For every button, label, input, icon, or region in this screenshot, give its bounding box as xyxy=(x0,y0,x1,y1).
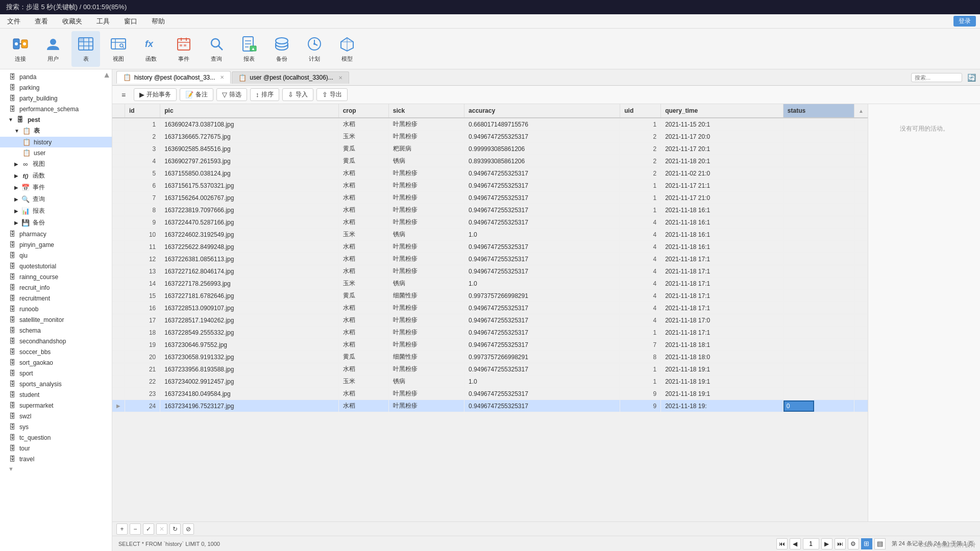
row-expand[interactable] xyxy=(112,375,125,388)
table-cell-sick[interactable]: 叶黑粉疹 xyxy=(388,339,464,351)
row-expand[interactable] xyxy=(112,241,125,253)
delete-row-button[interactable]: − xyxy=(130,523,141,535)
table-cell-pic[interactable]: 1637234180.049584.jpg xyxy=(160,388,338,400)
table-cell-pic[interactable]: 1637230658.9191332.jpg xyxy=(160,351,338,363)
toolbar-user[interactable]: 用户 xyxy=(39,31,67,67)
table-cell-accuracy[interactable]: 0.9973757266998291 xyxy=(464,290,620,302)
sidebar-item-secondhandshop[interactable]: 🗄 secondhandshop xyxy=(0,336,112,346)
table-cell-sick[interactable]: 叶黑粉疹 xyxy=(388,216,464,229)
table-cell-sick[interactable]: 叶黑粉疹 xyxy=(388,131,464,143)
table-cell-accuracy[interactable]: 0.9496747255325317 xyxy=(464,204,620,216)
table-cell-sick[interactable]: 叶黑粉疹 xyxy=(388,302,464,314)
table-cell-uid[interactable]: 1 xyxy=(620,375,661,388)
table-cell-pic[interactable]: 1637227181.6782646.jpg xyxy=(160,290,338,302)
row-expand[interactable]: ▶ xyxy=(112,400,125,412)
sidebar-category-tables[interactable]: ▼ 📋 表 xyxy=(0,125,112,137)
table-cell-sick[interactable]: 叶黑粉疹 xyxy=(388,400,464,412)
table-cell-id[interactable]: 23 xyxy=(125,388,160,400)
table-cell-sick[interactable]: 叶黑粉疹 xyxy=(388,118,464,131)
table-cell-crop[interactable]: 水稻 xyxy=(338,192,388,204)
row-expand[interactable] xyxy=(112,192,125,204)
menu-tools[interactable]: 工具 xyxy=(93,16,113,27)
table-cell-query_time[interactable]: 2021-11-18 16:1 xyxy=(661,216,783,229)
table-cell-id[interactable]: 8 xyxy=(125,204,160,216)
table-cell-crop[interactable]: 水稻 xyxy=(338,388,388,400)
table-cell-accuracy[interactable]: 0.6680171489715576 xyxy=(464,118,620,131)
grid-view-button[interactable]: ⊞ xyxy=(861,538,872,549)
table-cell-id[interactable]: 14 xyxy=(125,278,160,290)
table-cell-uid[interactable]: 2 xyxy=(620,167,661,180)
table-cell-accuracy[interactable]: 0.9496747255325317 xyxy=(464,314,620,327)
table-cell-uid[interactable]: 9 xyxy=(620,400,661,412)
table-cell-id[interactable]: 5 xyxy=(125,167,160,180)
table-cell-id[interactable]: 20 xyxy=(125,351,160,363)
table-cell-id[interactable]: 17 xyxy=(125,314,160,327)
table-cell-pic[interactable]: 1636902585.845516.jpg xyxy=(160,143,338,155)
table-cell-accuracy[interactable]: 0.9496747255325317 xyxy=(464,363,620,375)
table-cell-sick[interactable]: 叶黑粉疹 xyxy=(388,363,464,375)
table-cell-crop[interactable]: 水稻 xyxy=(338,253,388,265)
col-header-crop[interactable]: crop xyxy=(338,104,388,118)
table-cell-pic[interactable]: 1637155850.038124.jpg xyxy=(160,167,338,180)
table-cell-pic[interactable]: 1637226381.0856113.jpg xyxy=(160,253,338,265)
status-edit-input[interactable] xyxy=(783,400,814,412)
table-cell-accuracy[interactable]: 0.9496747255325317 xyxy=(464,192,620,204)
table-cell-crop[interactable]: 玉米 xyxy=(338,131,388,143)
table-cell-id[interactable]: 2 xyxy=(125,131,160,143)
col-header-uid[interactable]: uid xyxy=(620,104,661,118)
sidebar-item-satellite_monitor[interactable]: 🗄 satellite_monitor xyxy=(0,314,112,325)
sidebar-item-rainng_course[interactable]: 🗄 rainng_course xyxy=(0,271,112,282)
sidebar-item-sys[interactable]: 🗄 sys xyxy=(0,421,112,432)
table-cell-query_time[interactable]: 2021-11-18 20:1 xyxy=(661,155,783,167)
sidebar-scroll-up[interactable]: ▲ xyxy=(103,70,111,80)
row-expand[interactable] xyxy=(112,229,125,241)
tab-history[interactable]: 📋 history @pest (localhost_33... ✕ xyxy=(116,71,231,84)
table-cell-status[interactable] xyxy=(783,241,854,253)
sidebar-item-supermarket[interactable]: 🗄 supermarket xyxy=(0,400,112,411)
table-cell-crop[interactable]: 水稻 xyxy=(338,118,388,131)
sidebar-item-soccer_bbs[interactable]: 🗄 soccer_bbs xyxy=(0,346,112,357)
row-expand[interactable] xyxy=(112,363,125,375)
table-cell-crop[interactable]: 黄瓜 xyxy=(338,290,388,302)
col-header-accuracy[interactable]: accuracy xyxy=(464,104,620,118)
toolbar-event[interactable]: 事件 xyxy=(169,31,198,67)
toolbar-plan[interactable]: 计划 xyxy=(300,31,329,67)
sidebar-item-schema[interactable]: 🗄 schema xyxy=(0,325,112,336)
table-cell-pic[interactable]: 1637228517.1940262.jpg xyxy=(160,314,338,327)
sidebar-scroll-down[interactable]: ▼ xyxy=(0,464,112,473)
table-cell-sick[interactable]: 细菌性疹 xyxy=(388,290,464,302)
table-cell-accuracy[interactable]: 0.9496747255325317 xyxy=(464,265,620,278)
table-cell-pic[interactable]: 1637234196.7523127.jpg xyxy=(160,400,338,412)
confirm-button[interactable]: ✓ xyxy=(143,523,154,535)
tab-user[interactable]: 📋 user @pest (localhost_3306)... ✕ xyxy=(232,71,349,84)
table-cell-uid[interactable]: 2 xyxy=(620,155,661,167)
table-cell-query_time[interactable]: 2021-11-18 17:1 xyxy=(661,278,783,290)
table-cell-accuracy[interactable]: 0.9496747255325317 xyxy=(464,400,620,412)
table-cell-crop[interactable]: 黄瓜 xyxy=(338,143,388,155)
table-cell-uid[interactable]: 2 xyxy=(620,143,661,155)
table-cell-status[interactable] xyxy=(783,314,854,327)
sidebar-item-qiu[interactable]: 🗄 qiu xyxy=(0,250,112,261)
row-expand[interactable] xyxy=(112,143,125,155)
table-cell-status[interactable] xyxy=(783,204,854,216)
sidebar-item-panda[interactable]: 🗄 panda xyxy=(0,71,112,82)
sidebar-item-pinyin_game[interactable]: 🗄 pinyin_game xyxy=(0,239,112,250)
sidebar-item-sport[interactable]: 🗄 sport xyxy=(0,368,112,379)
table-cell-accuracy[interactable]: 0.9496747255325317 xyxy=(464,339,620,351)
table-cell-query_time[interactable]: 2021-11-18 16:1 xyxy=(661,204,783,216)
table-cell-crop[interactable]: 黄瓜 xyxy=(338,351,388,363)
table-cell-id[interactable]: 4 xyxy=(125,155,160,167)
table-cell-sick[interactable]: 叶黑粉疹 xyxy=(388,204,464,216)
table-cell-uid[interactable]: 4 xyxy=(620,290,661,302)
table-cell-uid[interactable]: 1 xyxy=(620,327,661,339)
tab-refresh-icon[interactable]: 🔄 xyxy=(967,73,976,82)
table-cell-sick[interactable]: 叶黑粉疹 xyxy=(388,180,464,192)
table-cell-accuracy[interactable]: 1.0 xyxy=(464,375,620,388)
table-cell-pic[interactable]: 1637228513.0909107.jpg xyxy=(160,302,338,314)
table-cell-uid[interactable]: 4 xyxy=(620,229,661,241)
table-cell-status[interactable] xyxy=(783,363,854,375)
table-cell-uid[interactable]: 4 xyxy=(620,241,661,253)
table-cell-id[interactable]: 22 xyxy=(125,375,160,388)
table-cell-sick[interactable]: 叶黑粉疹 xyxy=(388,253,464,265)
table-cell-accuracy[interactable]: 0.9496747255325317 xyxy=(464,302,620,314)
